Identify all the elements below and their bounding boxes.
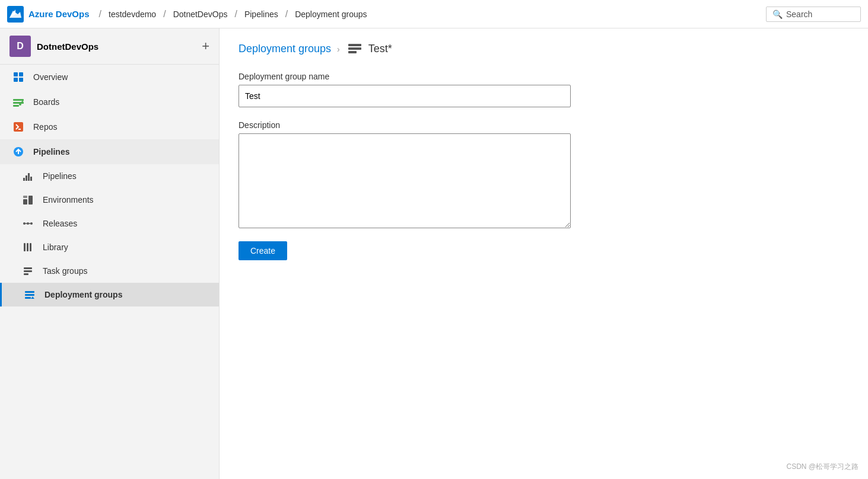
deploymentgroups-icon (23, 288, 36, 301)
sidebar: D DotnetDevOps + Overview (0, 28, 220, 479)
svg-point-21 (30, 222, 33, 225)
svg-rect-33 (348, 44, 361, 46)
search-icon: 🔍 (772, 9, 783, 19)
svg-point-19 (23, 222, 26, 225)
sidebar-item-pipelines-sub-label: Pipelines (43, 171, 77, 181)
boards-icon (12, 95, 25, 108)
azure-devops-logo[interactable]: Azure DevOps (7, 6, 90, 23)
svg-rect-15 (30, 177, 32, 181)
sidebar-item-task-groups[interactable]: Task groups (0, 259, 219, 283)
svg-rect-18 (23, 196, 27, 198)
svg-rect-32 (25, 297, 31, 299)
sidebar-item-overview[interactable]: Overview (0, 65, 219, 90)
topbar-crumb-pipelines[interactable]: Pipelines (244, 9, 278, 19)
library-icon (21, 241, 34, 254)
description-field-group: Description (239, 120, 571, 228)
sidebar-item-pipelines-label: Pipelines (33, 147, 69, 157)
name-label: Deployment group name (239, 72, 571, 81)
topbar-crumb-deploymentgroups[interactable]: Deployment groups (295, 9, 367, 19)
description-label: Description (239, 120, 571, 130)
breadcrumb-chevron: › (337, 44, 340, 54)
svg-rect-26 (30, 243, 31, 251)
sidebar-item-repos[interactable]: Repos (0, 114, 219, 139)
sidebar-item-deployment-groups-label: Deployment groups (44, 290, 122, 299)
svg-rect-28 (24, 270, 32, 272)
svg-rect-35 (348, 51, 357, 53)
topbar-crumb-project[interactable]: DotnetDevOps (173, 9, 228, 19)
sidebar-item-library-label: Library (43, 242, 68, 252)
svg-rect-34 (348, 47, 361, 50)
svg-rect-4 (19, 78, 23, 82)
svg-rect-25 (27, 243, 28, 251)
breadcrumb-sep-1: / (99, 9, 101, 20)
sidebar-item-pipelines-sub[interactable]: Pipelines (0, 164, 219, 188)
logo-text: Azure DevOps (28, 9, 90, 19)
project-header: D DotnetDevOps + (0, 28, 219, 65)
project-avatar: D (9, 36, 31, 57)
topbar-crumb-org[interactable]: testdevdemo (109, 9, 156, 19)
sidebar-item-environments[interactable]: Environments (0, 188, 219, 212)
watermark: CSDN @松哥学习之路 (786, 462, 859, 472)
releases-icon (21, 217, 34, 230)
sidebar-item-task-groups-label: Task groups (43, 266, 87, 276)
topbar: Azure DevOps / testdevdemo / DotnetDevOp… (0, 0, 868, 28)
description-input[interactable] (239, 133, 571, 228)
svg-rect-3 (14, 78, 18, 82)
svg-rect-27 (24, 267, 32, 269)
sidebar-item-overview-label: Overview (33, 72, 68, 82)
svg-point-8 (19, 103, 21, 106)
svg-rect-7 (13, 105, 19, 107)
svg-rect-13 (26, 175, 27, 181)
svg-point-20 (27, 222, 29, 225)
overview-icon (12, 71, 25, 84)
breadcrumb-sep-4: / (285, 9, 288, 20)
svg-rect-31 (25, 294, 34, 296)
repos-icon (12, 120, 25, 133)
taskgroups-icon (21, 264, 34, 277)
pipelines-sub-icon (21, 170, 34, 183)
breadcrumb-parent[interactable]: Deployment groups (239, 43, 331, 55)
svg-rect-12 (23, 178, 25, 181)
sidebar-item-repos-label: Repos (33, 122, 57, 132)
pipelines-section-icon (12, 145, 25, 158)
search-box[interactable]: 🔍 Search (766, 7, 861, 22)
svg-rect-2 (19, 72, 23, 76)
sidebar-item-environments-label: Environments (43, 195, 94, 205)
sidebar-item-deployment-groups[interactable]: Deployment groups (0, 283, 219, 306)
sidebar-item-releases[interactable]: Releases (0, 212, 219, 235)
svg-rect-24 (24, 243, 26, 251)
create-button[interactable]: Create (239, 241, 287, 260)
environments-icon (21, 193, 34, 206)
deployment-group-form: Deployment group name Description Create (239, 72, 571, 260)
svg-rect-14 (28, 173, 30, 181)
sidebar-item-boards-label: Boards (33, 97, 59, 107)
sidebar-item-pipelines-section[interactable]: Pipelines (0, 139, 219, 164)
breadcrumb-sep-2: / (163, 9, 166, 20)
project-name: DotnetDevOps (37, 41, 196, 52)
search-label: Search (786, 9, 812, 19)
breadcrumb-current: Test* (368, 43, 392, 55)
svg-rect-17 (28, 196, 33, 205)
svg-rect-16 (23, 199, 27, 205)
svg-rect-5 (13, 99, 24, 101)
breadcrumb: Deployment groups › Test* (239, 43, 849, 55)
sidebar-item-library[interactable]: Library (0, 235, 219, 259)
deployment-group-icon (348, 44, 361, 55)
svg-rect-1 (14, 72, 18, 76)
sidebar-item-releases-label: Releases (43, 219, 77, 228)
sidebar-item-boards[interactable]: Boards (0, 90, 219, 114)
svg-rect-30 (25, 291, 34, 293)
name-field-group: Deployment group name (239, 72, 571, 107)
name-input[interactable] (239, 85, 571, 107)
content-area: Deployment groups › Test* Deployment gro… (220, 28, 868, 479)
add-project-button[interactable]: + (202, 40, 209, 53)
breadcrumb-sep-3: / (234, 9, 237, 20)
svg-rect-29 (24, 273, 28, 275)
